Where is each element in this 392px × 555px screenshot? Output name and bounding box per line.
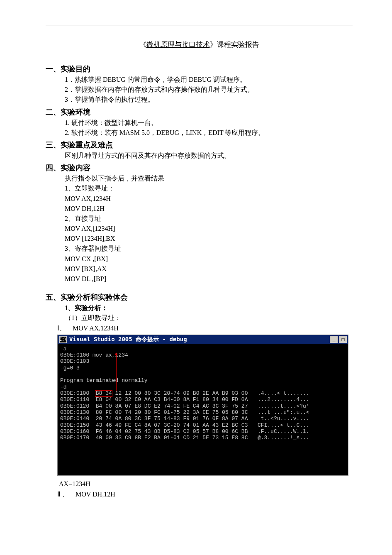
- s3-line: 区别几种寻址方式的不同及其在内存中存放数据的方式。: [65, 151, 353, 160]
- section-4-heading: 四、实验内容: [46, 163, 353, 173]
- terminal-body: -a 0B0E:0100 mov ax,1234 0B0E:0103 -g=0 …: [58, 344, 348, 476]
- document-title: 《微机原理与接口技术》课程实验报告: [46, 40, 353, 49]
- cmd-icon: C:\: [59, 336, 67, 343]
- terminal-titlebar: C:\ Visual Studio 2005 命令提示 - debug _ □: [58, 335, 348, 344]
- title-underlined: 微机原理与接口技术: [146, 41, 210, 49]
- s5-after1: AX=1234H: [59, 479, 353, 489]
- title-prefix: 《: [139, 41, 146, 49]
- s1-item: 2．掌握数据在内存中的存放方式和内存操作数的几种寻址方式。: [65, 85, 353, 94]
- s5-line-ii: Ⅱ 、 MOV DH,12H: [57, 489, 353, 499]
- section-1-heading: 一、实验目的: [46, 64, 353, 74]
- red-arrow-head: [114, 352, 118, 355]
- s1-item: 3．掌握简单指令的执行过程。: [65, 95, 353, 104]
- s4-code: MOV CX ,[BX]: [65, 254, 353, 264]
- s4-code: MOV [BX],AX: [65, 264, 353, 274]
- s4-code: MOV [1234H],BX: [65, 234, 353, 243]
- section-3-heading: 三、实验重点及难点: [46, 140, 353, 150]
- s4-group-label: 3、寄存器间接寻址: [65, 244, 353, 253]
- s1-item: 1．熟练掌握 DEBUG 的常用命令，学会用 DEBUG 调试程序。: [65, 75, 353, 84]
- s4-code: MOV AX,1234H: [65, 194, 353, 203]
- terminal-title: Visual Studio 2005 命令提示 - debug: [69, 336, 330, 343]
- s5-line-i: Ⅰ、 MOV AX,1234H: [57, 323, 353, 333]
- s5-sub1-1: （1）立即数寻址：: [65, 313, 353, 323]
- s4-intro: 执行指令以下指令后，并查看结果: [65, 174, 353, 183]
- section-2-heading: 二、实验环境: [46, 107, 353, 117]
- section-5-heading: 五、实验分析和实验体会: [46, 292, 353, 302]
- s2-item: 1. 硬件环境：微型计算机一台。: [65, 118, 353, 127]
- title-suffix: 》课程实验报告: [210, 41, 259, 49]
- s5-sub1: 1、实验分析：: [65, 303, 353, 313]
- terminal-window: C:\ Visual Studio 2005 命令提示 - debug _ □ …: [57, 335, 348, 476]
- s4-code: MOV DH,12H: [65, 204, 353, 213]
- top-rule: [46, 25, 353, 25]
- s4-group-label: 1、立即数寻址：: [65, 183, 353, 193]
- s2-item: 2. 软件环境：装有 MASM 5.0，DEBUG，LINK，EDIT 等应用程…: [65, 128, 353, 137]
- maximize-button[interactable]: □: [339, 336, 347, 343]
- red-arrow-line: [116, 355, 117, 391]
- red-highlight-box: [95, 390, 112, 397]
- minimize-button[interactable]: _: [330, 336, 338, 343]
- s4-code: MOV AX,[1234H]: [65, 224, 353, 233]
- s4-group-label: 2、直接寻址: [65, 214, 353, 223]
- s4-code: MOV DL ,[BP]: [65, 274, 353, 284]
